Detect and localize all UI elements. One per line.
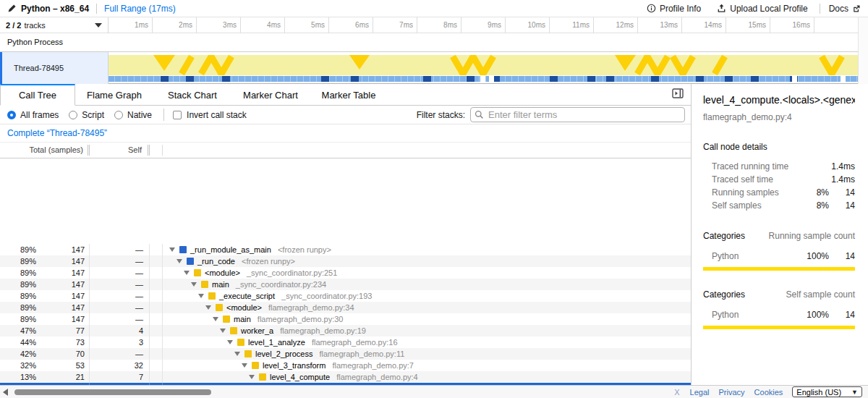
call-tree-row[interactable]: 89%147—<module>flamegraph_demo.py:34	[0, 302, 691, 313]
category-square-icon	[259, 373, 266, 381]
radio-icon[interactable]	[114, 111, 123, 119]
call-tree-row[interactable]: 89%147—<module>_sync_coordinator.py:251	[0, 267, 691, 279]
divider	[163, 109, 164, 121]
profiler-window: Python – x86_64 Full Range (17ms) Profil…	[0, 0, 868, 398]
tab-stack-chart[interactable]: Stack Chart	[153, 84, 231, 105]
sample-cluster	[725, 76, 733, 82]
ruler-tick: 14ms	[690, 17, 726, 33]
expand-twisty-icon[interactable]	[169, 244, 178, 255]
expand-twisty-icon[interactable]	[242, 360, 250, 371]
language-select[interactable]: English (US) ▼	[792, 386, 862, 397]
frame-cell: level_4_computeflamegraph_demo.py:4	[163, 371, 691, 383]
horizontal-scrollbar-thumb[interactable]	[14, 389, 211, 395]
call-tree-row[interactable]: 89%147—_run_module_as_main<frozen runpy>	[0, 244, 691, 255]
tracks-dropdown[interactable]: 2 / 2 tracks	[0, 17, 109, 33]
full-range-link[interactable]: Full Range (17ms)	[104, 4, 176, 14]
radio-icon[interactable]	[69, 111, 77, 119]
expand-twisty-icon[interactable]	[198, 290, 207, 302]
expand-twisty-icon[interactable]	[191, 279, 200, 290]
call-tree-row[interactable]: 89%147—_execute_script_sync_coordinator.…	[0, 290, 691, 302]
sidebar-toggle-button[interactable]	[672, 88, 684, 101]
search-icon	[475, 110, 484, 119]
invert-call-stack-checkbox[interactable]	[173, 111, 182, 119]
expand-twisty-icon[interactable]	[184, 267, 192, 279]
thread-track-canvas[interactable]	[109, 52, 858, 83]
invert-call-stack-option[interactable]: Invert call stack	[173, 110, 247, 120]
frame-cell: _execute_script_sync_coordinator.py:193	[163, 290, 691, 302]
icon-column	[150, 360, 163, 371]
total-samples: 73	[38, 336, 90, 348]
complete-range-link[interactable]: Complete “Thread-78495”	[7, 128, 107, 138]
detail-row: Traced self time1.4ms	[703, 173, 855, 186]
total-samples: 147	[38, 313, 90, 325]
call-tree-row[interactable]: 47%774worker_aflamegraph_demo.py:19	[0, 325, 691, 336]
profile-info-button[interactable]: Profile Info	[647, 4, 701, 14]
tab-flame-graph[interactable]: Flame Graph	[75, 84, 153, 105]
frame-name: _run_code	[197, 255, 235, 267]
timeline-ruler-row: 2 / 2 tracks 1ms2ms3ms4ms5ms6ms7ms8ms9ms…	[0, 17, 868, 33]
expand-twisty-icon[interactable]	[220, 325, 229, 336]
sample-cluster	[161, 76, 169, 82]
sample-gap	[480, 76, 485, 82]
expand-twisty-icon[interactable]	[249, 371, 258, 383]
expand-twisty-icon[interactable]	[176, 255, 185, 267]
call-tree-row[interactable]: 89%147—mainflamegraph_demo.py:30	[0, 313, 691, 325]
frame-file: flamegraph_demo.py:7	[332, 360, 414, 371]
ruler-tick: 1ms	[116, 17, 153, 33]
frame-option-script[interactable]: Script	[69, 110, 104, 120]
detail-row: Self samples8%14	[703, 199, 855, 212]
footer-link-privacy[interactable]: Privacy	[719, 388, 745, 397]
frame-cell: <module>flamegraph_demo.py:34	[163, 302, 691, 313]
process-track-header[interactable]: Python Process	[0, 33, 868, 52]
icon-column	[150, 302, 163, 313]
thread-track-label[interactable]: Thread-78495	[0, 52, 109, 84]
tab-call-tree[interactable]: Call Tree	[0, 84, 75, 106]
frame-option-all-frames[interactable]: All frames	[7, 110, 59, 120]
tab-marker-table[interactable]: Marker Table	[310, 84, 388, 105]
frame-file: <frozen runpy>	[242, 255, 295, 267]
call-tree-row[interactable]: 89%147—main_sync_coordinator.py:234	[0, 279, 691, 290]
filter-stacks-input[interactable]	[470, 107, 685, 122]
category-bar	[703, 267, 855, 271]
sample-gap	[841, 76, 846, 82]
top-bar: Python – x86_64 Full Range (17ms) Profil…	[0, 0, 868, 17]
total-percent: 89%	[0, 290, 38, 302]
upload-profile-button[interactable]: Upload Local Profile	[717, 4, 807, 14]
call-tree-row[interactable]: 89%147—_run_code<frozen runpy>	[0, 255, 691, 267]
footer-link-cookies[interactable]: Cookies	[754, 388, 783, 397]
frame-name: _run_module_as_main	[190, 244, 271, 255]
tab-marker-chart[interactable]: Marker Chart	[231, 84, 310, 105]
expand-twisty-icon[interactable]	[205, 302, 214, 313]
call-tree-row[interactable]: 42%70—level_2_processflamegraph_demo.py:…	[0, 348, 691, 360]
frame-option-native[interactable]: Native	[114, 110, 152, 120]
self-samples: —	[90, 244, 150, 255]
radio-icon[interactable]	[7, 111, 16, 119]
docs-button[interactable]: Docs	[829, 4, 861, 14]
frame-cell: level_2_processflamegraph_demo.py:11	[163, 348, 691, 360]
ruler-tick: 15ms	[734, 17, 770, 33]
expand-twisty-icon[interactable]	[213, 313, 221, 325]
self-samples: —	[90, 290, 150, 302]
call-tree-row[interactable]: 32%5332level_3_transformflamegraph_demo.…	[0, 360, 691, 371]
call-tree-row[interactable]: 44%733level_1_analyzeflamegraph_demo.py:…	[0, 336, 691, 348]
frame-name: main	[212, 279, 229, 290]
ruler-tick: 5ms	[293, 17, 329, 33]
self-samples: —	[90, 279, 150, 290]
call-tree-row[interactable]: 13%217level_4_computeflamegraph_demo.py:…	[0, 371, 691, 383]
total-percent: 32%	[0, 360, 38, 371]
frame-file: flamegraph_demo.py:4	[336, 371, 418, 383]
self-samples: —	[90, 313, 150, 325]
footer-dismiss-button[interactable]: X	[674, 388, 679, 397]
scroll-left-icon[interactable]	[3, 389, 8, 396]
column-header-icon	[150, 145, 163, 156]
category-row: Python100%14	[703, 308, 855, 321]
frame-file: flamegraph_demo.py:30	[258, 313, 344, 325]
total-percent: 89%	[0, 267, 38, 279]
timeline-scrollbar-gutter[interactable]	[858, 17, 868, 84]
total-samples: 147	[38, 290, 90, 302]
expand-twisty-icon[interactable]	[227, 336, 236, 348]
frame-name: <module>	[205, 267, 240, 279]
footer-link-legal[interactable]: Legal	[690, 388, 710, 397]
sample-cluster	[351, 76, 359, 82]
expand-twisty-icon[interactable]	[234, 348, 243, 360]
